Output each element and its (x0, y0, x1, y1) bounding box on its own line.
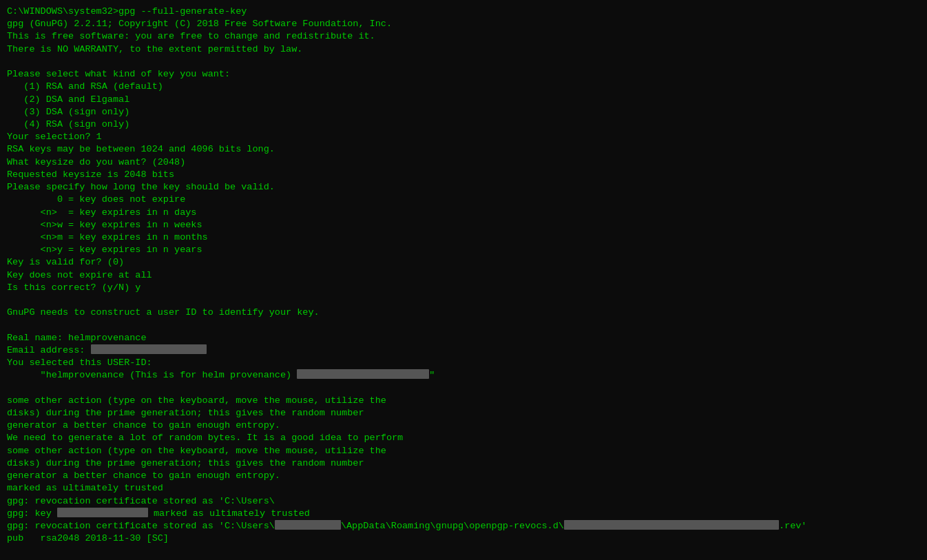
opt3-line: (3) DSA (sign only) (7, 106, 920, 118)
valid-nw-line: <n>w = key expires in n weeks (7, 219, 920, 231)
valid-for-line: Key is valid for? (0) (7, 256, 920, 269)
random1-line: disks) during the prime generation; this… (7, 407, 920, 419)
keysize-q-line: What keysize do you want? (2048) (7, 156, 920, 169)
blank-line-3 (7, 319, 920, 331)
email-line: Email address: (7, 344, 920, 357)
blank-line-2 (7, 294, 920, 307)
gnupg-construct-line: GnuPG needs to construct a user ID to id… (7, 307, 920, 319)
no-warranty-line: There is NO WARRANTY, to the extent perm… (7, 43, 920, 56)
keysize-ans-line: Requested keysize is 2048 bits (7, 169, 920, 181)
valid-nm-line: <n>m = key expires in n months (7, 231, 920, 244)
revoc-line: gpg: revocation certificate stored as 'C… (7, 520, 920, 532)
key-prefix: gpg: key (7, 508, 57, 519)
opt2-line: (2) DSA and Elgamal (7, 94, 920, 106)
email-redacted (91, 344, 207, 354)
realname-line: Real name: helmprovenance (7, 332, 920, 344)
revoc-appdata: \AppData\Roaming\gnupg\openpgp-revocs.d\ (341, 521, 564, 531)
revoc-prefix-text: gpg: revocation certificate stored as 'C… (7, 521, 275, 531)
random8-line: gpg: revocation certificate stored as 'C… (7, 495, 920, 508)
gpg-version-line: gpg (GnuPG) 2.2.11; Copyright (C) 2018 F… (7, 18, 920, 30)
comment-line: You selected this USER-ID: (7, 357, 920, 369)
key-id-redacted (57, 508, 148, 517)
blank-line-1 (7, 56, 920, 68)
valid-n-line: <n> = key expires in n days (7, 207, 920, 219)
rsa-range-line: RSA keys may be between 1024 and 4096 bi… (7, 143, 920, 156)
pub-secret-line: pub rsa2048 2018-11-30 [SC] (7, 532, 920, 545)
opt1-line: (1) RSA and RSA (default) (7, 81, 920, 93)
no-expire-line: Key does not expire at all (7, 269, 920, 282)
blank-line-4 (7, 382, 920, 395)
select-key-line: Please select what kind of key you want: (7, 68, 920, 81)
random5-line: disks) during the prime generation; this… (7, 457, 920, 470)
revoc-path-redacted (564, 520, 779, 530)
random4-line: some other action (type on the keyboard,… (7, 445, 920, 457)
opt4-line: (4) RSA (sign only) (7, 118, 920, 131)
key-marked-text: marked as ultimately trusted (148, 508, 310, 519)
revoc-user-redacted (275, 520, 341, 530)
pub-line: uid helmprovenance (This is for helm pro… (7, 558, 920, 560)
valid-ny-line: <n>y = key expires in n years (7, 244, 920, 256)
change-q-line: some other action (type on the keyboard,… (7, 395, 920, 407)
uid-quote: "helmprovenance (This is for helm proven… (7, 370, 297, 380)
uid-email-redacted (297, 369, 429, 379)
random2-line: generator a better chance to gain enough… (7, 419, 920, 432)
free-software-line: This is free software: you are free to c… (7, 30, 920, 43)
valid-q-line: Please specify how long the key should b… (7, 181, 920, 194)
blank-line-5 (7, 545, 920, 557)
correct-line: Is this correct? (y/N) y (7, 282, 920, 294)
selection-line: Your selection? 1 (7, 131, 920, 143)
terminal-window: C:\WINDOWS\system32>gpg --full-generate-… (7, 6, 920, 560)
random7-line: marked as ultimately trusted (7, 482, 920, 495)
random6-line: generator a better chance to gain enough… (7, 470, 920, 482)
key-marked-line: gpg: key marked as ultimately trusted (7, 508, 920, 520)
uid-display-line: "helmprovenance (This is for helm proven… (7, 369, 920, 382)
email-label: Email address: (7, 345, 91, 355)
random3-line: We need to generate a lot of random byte… (7, 432, 920, 444)
uid-close-quote: " (429, 370, 435, 380)
revoc-ext: .rev' (779, 521, 807, 531)
command-line: C:\WINDOWS\system32>gpg --full-generate-… (7, 6, 920, 18)
valid-0-line: 0 = key does not expire (7, 194, 920, 206)
